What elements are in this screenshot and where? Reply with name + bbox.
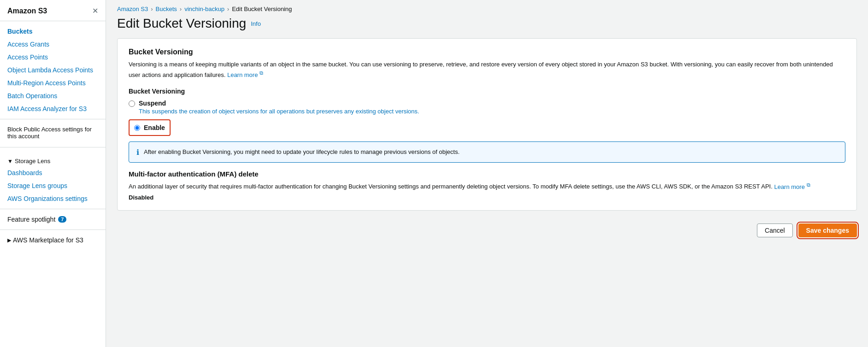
mfa-title: Multi-factor authentication (MFA) delete: [129, 170, 845, 178]
breadcrumb: Amazon S3 › Buckets › vinchin-backup › E…: [106, 0, 868, 14]
save-changes-button[interactable]: Save changes: [798, 223, 857, 237]
sidebar-item-storage-lens-groups[interactable]: Storage Lens groups: [0, 179, 106, 192]
suspend-radio[interactable]: [129, 100, 135, 107]
sidebar-storage-lens-header[interactable]: ▼ Storage Lens: [0, 151, 106, 166]
suspend-option: Suspend This suspends the creation of ob…: [129, 100, 845, 115]
sidebar-item-buckets[interactable]: Buckets: [0, 25, 106, 38]
sidebar-item-aws-org[interactable]: AWS Organizations settings: [0, 192, 106, 205]
page-title: Edit Bucket Versioning: [117, 16, 246, 31]
sidebar-header: Amazon S3 ✕: [0, 0, 106, 21]
feature-spotlight: Feature spotlight 7: [0, 213, 106, 226]
learn-more-link[interactable]: Learn more ⧉: [227, 71, 263, 78]
enable-option-container: Enable: [129, 119, 171, 136]
action-row: Cancel Save changes: [106, 218, 868, 248]
sidebar-item-dashboards[interactable]: Dashboards: [0, 166, 106, 179]
sidebar-item-multi-region[interactable]: Multi-Region Access Points: [0, 76, 106, 89]
versioning-subsection-label: Bucket Versioning: [129, 88, 845, 95]
sidebar-title: Amazon S3: [7, 7, 47, 15]
sidebar-item-access-grants[interactable]: Access Grants: [0, 38, 106, 51]
suspend-label[interactable]: Suspend: [139, 100, 419, 107]
feature-spotlight-badge: 7: [58, 216, 66, 223]
chevron-down-icon: ▼: [7, 158, 13, 165]
enable-label[interactable]: Enable: [144, 124, 165, 131]
breadcrumb-sep-3: ›: [227, 6, 229, 12]
breadcrumb-buckets[interactable]: Buckets: [156, 6, 177, 12]
info-circle-icon: ℹ: [136, 148, 139, 157]
mfa-learn-more-link[interactable]: Learn more ⧉: [774, 183, 810, 190]
mfa-external-link-icon: ⧉: [807, 182, 810, 187]
sidebar-item-access-points[interactable]: Access Points: [0, 51, 106, 64]
sidebar-item-iam-analyzer[interactable]: IAM Access Analyzer for S3: [0, 102, 106, 115]
breadcrumb-sep-1: ›: [151, 6, 153, 12]
mfa-status: Disabled: [129, 194, 845, 201]
page-title-row: Edit Bucket Versioning Info: [106, 14, 868, 38]
info-box: ℹ After enabling Bucket Versioning, you …: [129, 141, 845, 163]
mfa-desc: An additional layer of security that req…: [129, 181, 845, 191]
sidebar-close-icon[interactable]: ✕: [92, 6, 98, 15]
sidebar: Amazon S3 ✕ Buckets Access Grants Access…: [0, 0, 106, 347]
external-link-icon: ⧉: [260, 70, 263, 76]
suspend-desc: This suspends the creation of object ver…: [139, 108, 419, 115]
breadcrumb-sep-2: ›: [180, 6, 182, 12]
info-link[interactable]: Info: [251, 20, 261, 27]
enable-radio[interactable]: [134, 125, 140, 131]
cancel-button[interactable]: Cancel: [757, 223, 793, 237]
card-description: Versioning is a means of keeping multipl…: [129, 60, 845, 79]
sidebar-item-batch-operations[interactable]: Batch Operations: [0, 89, 106, 102]
sidebar-item-object-lambda[interactable]: Object Lambda Access Points: [0, 64, 106, 76]
breadcrumb-current: Edit Bucket Versioning: [232, 6, 292, 12]
versioning-card: Bucket Versioning Versioning is a means …: [117, 38, 857, 211]
breadcrumb-bucket-name[interactable]: vinchin-backup: [184, 6, 224, 12]
info-box-text: After enabling Bucket Versioning, you mi…: [144, 147, 460, 157]
sidebar-block-public[interactable]: Block Public Access settings for this ac…: [0, 123, 106, 143]
sidebar-item-aws-marketplace[interactable]: ▶ AWS Marketplace for S3: [0, 234, 106, 247]
sidebar-nav: Buckets Access Grants Access Points Obje…: [0, 21, 106, 250]
main-content: Amazon S3 › Buckets › vinchin-backup › E…: [106, 0, 868, 347]
card-section-title: Bucket Versioning: [129, 48, 845, 56]
breadcrumb-s3[interactable]: Amazon S3: [117, 6, 148, 12]
chevron-right-icon: ▶: [7, 237, 11, 243]
